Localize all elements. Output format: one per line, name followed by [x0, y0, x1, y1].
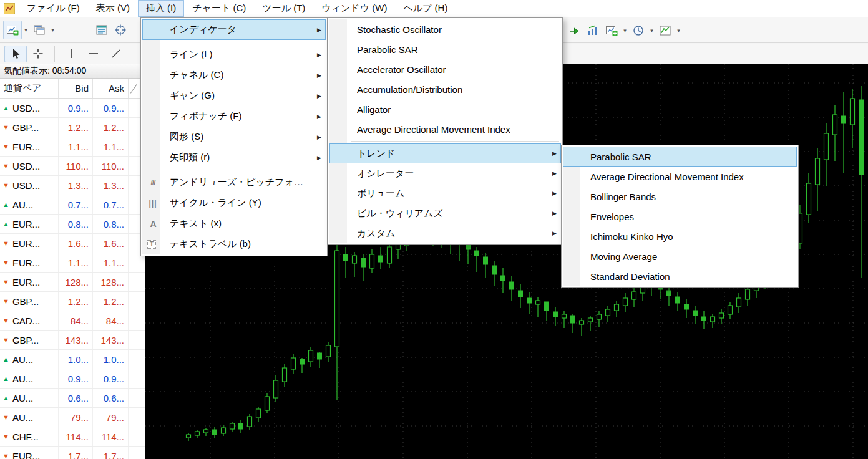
new-chart-button[interactable]: [3, 21, 22, 39]
menu-item[interactable]: 図形 (S)▶: [142, 127, 326, 147]
trendline-tool-button[interactable]: [105, 46, 127, 62]
menu-item[interactable]: Average Directional Movement Index: [563, 167, 797, 186]
candle-body: [702, 317, 706, 321]
periods-dropdown-caret-icon[interactable]: ▾: [648, 21, 656, 40]
candle-body: [746, 289, 750, 299]
menu-item[interactable]: Bollinger Bands: [563, 186, 797, 206]
market-watch-row[interactable]: ▼GBP...143...143...: [0, 331, 145, 350]
menu-item[interactable]: Ichimoku Kinko Hyo: [563, 226, 797, 246]
market-watch-row[interactable]: ▲AU...0.6...0.6...: [0, 389, 145, 408]
menu-item[interactable]: ボリューム▶: [329, 183, 561, 203]
market-watch-button[interactable]: [92, 21, 111, 39]
market-watch-row[interactable]: ▲USD...0.9...0.9...: [0, 99, 145, 118]
menu-item[interactable]: Accelerator Oscillator: [329, 59, 561, 79]
menu-item-label: ライン (L): [170, 49, 213, 60]
data-window-button[interactable]: [111, 21, 130, 39]
market-watch-row[interactable]: ▲EUR...0.8...0.8...: [0, 215, 145, 234]
menu-separator: [163, 170, 324, 170]
templates-button[interactable]: [656, 21, 675, 40]
candle-body: [728, 306, 733, 314]
market-watch-row[interactable]: ▲AU...0.9...0.9...: [0, 369, 145, 389]
bid-value: 1.1...: [59, 253, 93, 272]
menubar-item-file[interactable]: ファイル (F): [19, 0, 88, 17]
menu-item[interactable]: Accumulation/Distribution: [329, 79, 561, 99]
market-watch-row[interactable]: ▼EUR...128...128...: [0, 273, 145, 292]
bid-value: 0.9...: [59, 369, 93, 388]
market-watch-row[interactable]: ▼USD...110...110...: [0, 157, 145, 176]
crosshair-tool-button[interactable]: [27, 46, 49, 62]
new-chart-dropdown-caret-icon[interactable]: ▾: [22, 21, 30, 39]
indicators-button[interactable]: [602, 21, 621, 40]
profiles-dropdown-caret-icon[interactable]: ▾: [49, 21, 57, 39]
column-header-symbol[interactable]: 通貨ペア: [0, 79, 59, 98]
menu-item-label: サイクル・ライン (Y): [170, 197, 261, 209]
market-watch-row[interactable]: ▼USD...1.3...1.3...: [0, 176, 145, 195]
templates-dropdown-caret-icon[interactable]: ▾: [675, 21, 683, 40]
menubar-item-view[interactable]: 表示 (V): [88, 0, 138, 17]
candle-body: [239, 423, 243, 429]
menu-item[interactable]: ///アンドリューズ・ピッチフォーク (A): [142, 172, 326, 193]
cursor-tool-button[interactable]: [4, 46, 27, 62]
periods-button[interactable]: [629, 21, 648, 40]
auto-scroll-button[interactable]: [565, 21, 583, 40]
menu-item[interactable]: Parabolic SAR: [329, 39, 561, 59]
menu-item[interactable]: Aテキスト (x): [142, 213, 326, 234]
market-watch-row[interactable]: ▼CHF...114...114...: [0, 427, 145, 447]
candle-body: [248, 417, 252, 427]
vertical-line-tool-button[interactable]: [60, 46, 82, 62]
menu-item[interactable]: Stochastic Oscillator: [329, 19, 561, 39]
symbol-cell: ▼CHF...: [0, 427, 59, 446]
column-header-bid[interactable]: Bid: [59, 79, 93, 98]
menu-item[interactable]: ギャン (G)▶: [142, 85, 326, 106]
menu-item[interactable]: 矢印類 (r)▶: [142, 147, 326, 168]
menu-item[interactable]: Standard Deviation: [563, 266, 797, 286]
bid-value: 1.1...: [59, 137, 93, 156]
indicator-submenu: Stochastic OscillatorParabolic SARAccele…: [328, 17, 563, 245]
candle-body: [859, 100, 864, 175]
price-down-arrow-icon: ▼: [2, 259, 9, 266]
column-header-ask[interactable]: Ask: [93, 79, 129, 98]
menubar-item-window[interactable]: ウィンドウ (W): [313, 0, 395, 17]
market-watch-row[interactable]: ▼EUR...1.1...1.1...: [0, 137, 145, 157]
market-watch-row[interactable]: ▼EUR...1.7...1.7...: [0, 447, 145, 459]
menu-item[interactable]: Envelopes: [563, 206, 797, 226]
menu-item[interactable]: Moving Average: [563, 246, 797, 266]
symbol-label: GBP...: [12, 122, 39, 133]
menubar-item-chart[interactable]: チャート (C): [184, 0, 254, 17]
menu-item[interactable]: Alligator: [329, 99, 561, 119]
market-watch-row[interactable]: ▼GBP...1.2...1.2...: [0, 118, 145, 137]
symbol-cell: ▼AU...: [0, 408, 59, 427]
menubar-item-insert[interactable]: 挿入 (I): [138, 0, 184, 17]
menu-item[interactable]: カスタム▶: [329, 223, 561, 243]
menu-item[interactable]: Average Directional Movement Index: [329, 119, 561, 139]
menu-item[interactable]: ライン (L)▶: [142, 44, 326, 65]
horizontal-line-tool-button[interactable]: [82, 46, 105, 62]
menu-item[interactable]: トレンド▶: [329, 143, 561, 163]
menubar-item-tools[interactable]: ツール (T): [254, 0, 313, 17]
menu-item[interactable]: |||サイクル・ライン (Y): [142, 193, 326, 213]
market-watch-row[interactable]: ▼EUR...1.6...1.6...: [0, 234, 145, 253]
candle-body: [484, 257, 488, 264]
bid-value: 0.9...: [59, 99, 93, 117]
market-watch-row[interactable]: ▲AU...0.7...0.7...: [0, 195, 145, 215]
indicators-dropdown-caret-icon[interactable]: ▾: [621, 21, 629, 40]
symbol-label: GBP...: [12, 335, 39, 345]
menu-item[interactable]: Parabolic SAR: [563, 147, 797, 167]
menu-item[interactable]: フィボナッチ (F)▶: [142, 106, 326, 127]
market-watch-row[interactable]: ▼AU...79...79...: [0, 408, 145, 427]
ask-value: 0.7...: [93, 195, 129, 214]
menu-item[interactable]: インディケータ▶: [142, 19, 326, 40]
chart-shift-button[interactable]: [583, 21, 602, 40]
menu-item[interactable]: オシレーター▶: [329, 163, 561, 183]
market-watch-row[interactable]: ▼GBP...1.2...1.2...: [0, 292, 145, 311]
symbol-label: AU...: [12, 393, 33, 403]
menu-item[interactable]: ビル・ウィリアムズ▶: [329, 203, 561, 223]
menu-item[interactable]: Tテキストラベル (b): [142, 234, 326, 254]
menu-item[interactable]: チャネル (C)▶: [142, 65, 326, 85]
toolbar-separator: [54, 46, 55, 62]
market-watch-row[interactable]: ▲AU...1.0...1.0...: [0, 350, 145, 369]
market-watch-row[interactable]: ▼CAD...84...84...: [0, 311, 145, 331]
profiles-button[interactable]: [30, 21, 49, 39]
menubar-item-help[interactable]: ヘルプ (H): [395, 0, 456, 17]
market-watch-row[interactable]: ▼EUR...1.1...1.1...: [0, 253, 145, 273]
